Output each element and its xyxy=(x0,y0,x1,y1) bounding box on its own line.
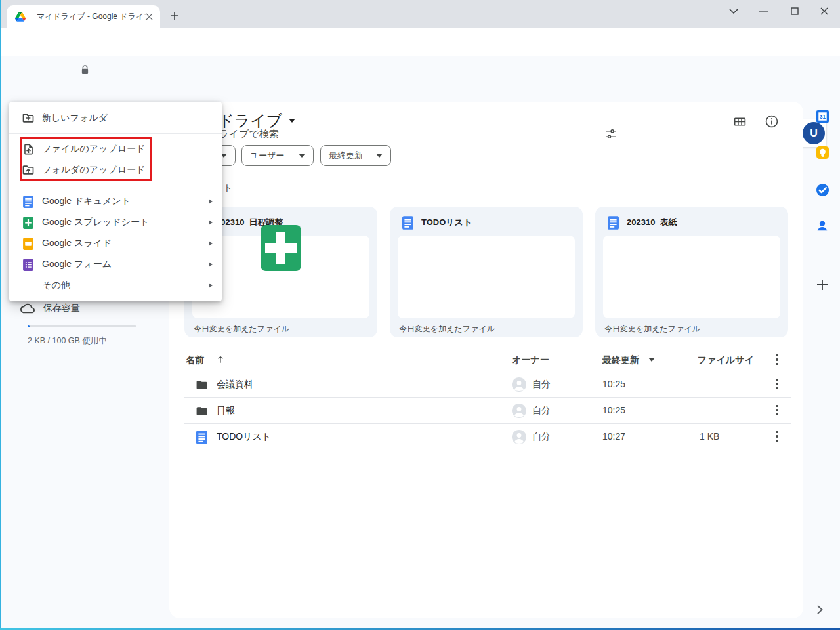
submenu-arrow-icon xyxy=(209,262,213,267)
card-title: TODOリスト xyxy=(421,217,472,228)
new-folder-icon xyxy=(22,112,35,125)
card-preview xyxy=(398,236,575,318)
contacts-icon[interactable] xyxy=(814,218,830,234)
hide-panel-chevron-icon[interactable] xyxy=(812,602,827,617)
table-header-row: 名前 オーナー 最終更新 ファイルサイ xyxy=(184,349,791,371)
file-owner: 自分 xyxy=(532,379,551,390)
table-row[interactable]: 日報 自分 10:25 — xyxy=(184,398,791,424)
column-header-size[interactable]: ファイルサイ xyxy=(698,354,754,366)
drive-favicon xyxy=(15,11,26,22)
sheets-icon xyxy=(22,216,35,229)
chevron-down-icon xyxy=(299,154,305,158)
owner-avatar xyxy=(511,429,527,445)
docs-file-icon xyxy=(606,215,620,230)
window-maximize-button[interactable] xyxy=(788,4,802,18)
suggested-card[interactable]: TODOリスト 今日変更を加えたファイル xyxy=(390,207,583,337)
sort-descending-caret-icon xyxy=(648,358,655,362)
window-minimize-button[interactable] xyxy=(756,4,770,18)
file-modified: 10:27 xyxy=(602,431,625,442)
submenu-arrow-icon xyxy=(209,241,213,246)
get-add-ons-plus-icon[interactable] xyxy=(814,277,830,293)
table-row[interactable]: 会議資料 自分 10:25 — xyxy=(184,371,791,398)
right-side-rail: 31 xyxy=(805,97,840,629)
row-options-kebab-icon[interactable] xyxy=(770,404,784,417)
file-owner: 自分 xyxy=(532,405,551,417)
file-size: — xyxy=(700,379,709,389)
menu-item-new-folder[interactable]: 新しいフォルダ xyxy=(9,105,222,131)
menu-item-more[interactable]: その他 xyxy=(9,272,222,299)
card-preview xyxy=(603,236,780,318)
storage-label[interactable]: 保存容量 xyxy=(43,303,80,314)
filter-chip-modified-label: 最終更新 xyxy=(329,150,363,161)
card-caption: 今日変更を加えたファイル xyxy=(194,324,289,335)
svg-text:31: 31 xyxy=(819,114,826,119)
docs-file-icon xyxy=(195,430,208,444)
search-input[interactable] xyxy=(207,119,575,147)
new-menu: 新しいフォルダ ファイルのアップロード フォルダのアップロード Google ド… xyxy=(9,102,222,301)
file-name: 日報 xyxy=(217,405,235,417)
row-options-kebab-icon[interactable] xyxy=(770,430,784,443)
layout-grid-view-icon[interactable] xyxy=(731,113,748,130)
file-name: 会議資料 xyxy=(217,379,253,390)
slides-icon xyxy=(22,237,35,250)
file-owner: 自分 xyxy=(532,431,551,443)
file-modified: 10:25 xyxy=(602,405,625,415)
column-header-owner[interactable]: オーナー xyxy=(512,354,549,366)
column-header-name[interactable]: 名前 xyxy=(186,354,204,366)
upload-highlight-annotation xyxy=(20,137,152,181)
filter-chip-modified[interactable]: 最終更新 xyxy=(320,145,391,166)
submenu-arrow-icon xyxy=(209,283,213,288)
chevron-down-icon xyxy=(376,154,383,158)
tasks-icon[interactable] xyxy=(814,182,830,198)
browser-window: マイドライブ - Google ドライブ xyxy=(0,0,840,630)
tab-close-icon[interactable] xyxy=(144,12,154,21)
forms-icon xyxy=(22,258,35,271)
lock-icon[interactable] xyxy=(79,64,91,75)
filter-chip-people-label: ユーザー xyxy=(250,150,285,161)
folder-icon xyxy=(195,404,208,417)
browser-toolbar: drive.google.com/drive/my-drive U xyxy=(0,28,840,56)
storage-progress-fill xyxy=(28,325,30,327)
search-options-tune-icon[interactable] xyxy=(602,125,620,142)
card-caption: 今日変更を加えたファイル xyxy=(399,324,495,335)
column-options-kebab-icon[interactable] xyxy=(770,353,784,366)
new-tab-button[interactable] xyxy=(168,9,181,22)
tab-title: マイドライブ - Google ドライブ xyxy=(37,5,146,28)
column-header-modified[interactable]: 最終更新 xyxy=(602,354,639,366)
owner-avatar xyxy=(511,377,527,392)
sort-ascending-arrow-icon[interactable] xyxy=(215,354,226,366)
docs-file-icon xyxy=(401,215,414,230)
frame-border-left xyxy=(0,0,1,630)
file-modified: 10:25 xyxy=(602,379,625,389)
docs-icon xyxy=(22,195,35,208)
file-size: — xyxy=(700,405,709,415)
submenu-arrow-icon xyxy=(209,220,213,225)
keep-icon[interactable] xyxy=(814,144,830,160)
submenu-arrow-icon xyxy=(209,199,213,204)
calendar-icon[interactable]: 31 xyxy=(814,108,830,124)
browser-tab[interactable]: マイドライブ - Google ドライブ xyxy=(7,5,160,28)
file-size: 1 KB xyxy=(700,431,719,442)
storage-usage-text: 2 KB / 100 GB 使用中 xyxy=(28,335,107,346)
rail-divider xyxy=(813,249,831,249)
row-options-kebab-icon[interactable] xyxy=(770,377,784,390)
folder-icon xyxy=(195,378,208,391)
suggested-card[interactable]: 202310_表紙 今日変更を加えたファイル xyxy=(595,207,788,337)
table-row[interactable]: TODOリスト 自分 10:27 1 KB xyxy=(184,424,791,450)
owner-avatar xyxy=(511,403,527,419)
drive-header: ドライブ ? ECCS Cloud Mail Information Techn… xyxy=(0,56,840,97)
card-title: 202310_表紙 xyxy=(627,217,677,228)
tab-strip: マイドライブ - Google ドライブ xyxy=(0,0,840,28)
sheets-thumbnail xyxy=(261,225,301,271)
file-name: TODOリスト xyxy=(217,431,271,443)
storage-progress-bar xyxy=(28,325,136,327)
window-close-button[interactable] xyxy=(817,4,831,18)
info-icon[interactable] xyxy=(763,113,780,130)
cloud-storage-icon xyxy=(20,301,35,316)
tab-search-chevron-icon[interactable] xyxy=(726,4,741,18)
filter-chip-people[interactable]: ユーザー xyxy=(242,145,314,166)
card-caption: 今日変更を加えたファイル xyxy=(604,324,700,335)
